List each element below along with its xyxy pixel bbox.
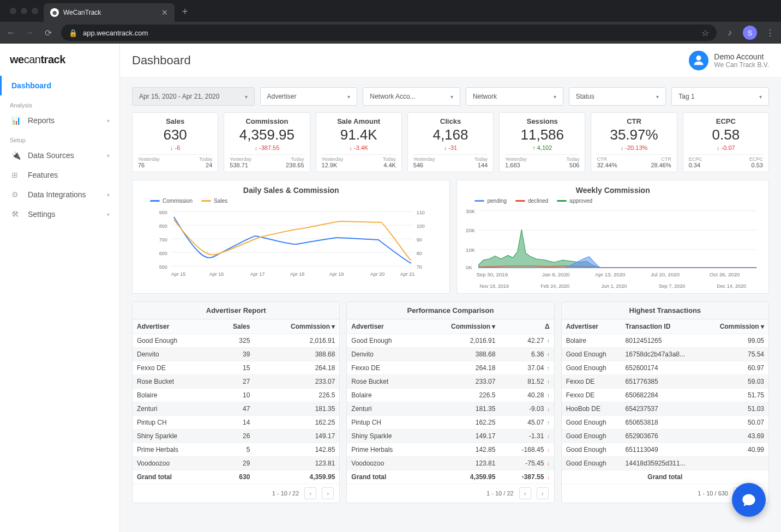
pager: 1 - 10 / 22 ‹ › xyxy=(347,484,554,503)
tab-close-icon[interactable]: ✕ xyxy=(161,8,168,17)
table-row[interactable]: Good Enough3252,016.91 xyxy=(133,334,339,348)
table-row[interactable]: Prime Herbals5142.85 xyxy=(133,443,339,457)
pager-text: 1 - 10 / 22 xyxy=(272,490,299,497)
table-row[interactable]: Fexxo DE65177638559.03 xyxy=(562,375,768,389)
sidebar-item-integrations[interactable]: ⚙ Data Integrations ▾ xyxy=(0,185,119,204)
filter-date-range[interactable]: Apr 15, 2020 - Apr 21, 2020▾ xyxy=(132,87,255,106)
chart-daily-sales-commission: Daily Sales & Commission Commission Sale… xyxy=(132,180,450,294)
kpi-delta: ↓ -6 xyxy=(138,144,212,151)
col-sales[interactable]: Sales xyxy=(213,319,254,334)
sidebar-item-data-sources[interactable]: 🔌 Data Sources ▾ xyxy=(0,146,119,165)
table-row[interactable]: Shiny Sparkle149.17-1.31 ↓ xyxy=(347,430,554,443)
svg-text:Apr 13, 2020: Apr 13, 2020 xyxy=(595,271,626,277)
filter-status[interactable]: Status▾ xyxy=(569,87,666,106)
table-row[interactable]: Zenturi181.35-9.03 ↓ xyxy=(347,402,554,416)
col-commission[interactable]: Commission ▾ xyxy=(704,319,768,334)
pager: 1 - 10 / 22 ‹ › xyxy=(133,484,339,503)
reload-icon[interactable]: ⟳ xyxy=(43,28,53,38)
caret-icon: ▾ xyxy=(656,94,659,100)
table-row[interactable]: Pintup CH14162.25 xyxy=(133,416,339,430)
gears-icon: ⚙ xyxy=(11,190,21,199)
col-commission[interactable]: Commission ▾ xyxy=(421,319,500,334)
traffic-close[interactable] xyxy=(10,8,16,14)
filter-network-account[interactable]: Network Acco...▾ xyxy=(363,87,460,106)
filter-tag1[interactable]: Tag 1▾ xyxy=(671,87,769,106)
kpi-value: 35.97% xyxy=(597,126,671,143)
chat-widget-button[interactable] xyxy=(732,483,766,517)
table-row[interactable]: Rose Bucket27233.07 xyxy=(133,375,339,389)
traffic-min[interactable] xyxy=(21,8,27,14)
kpi-card: Clicks 4,168 ↓ -31 Yesterday546 Today144 xyxy=(407,112,494,172)
browser-tab[interactable]: ⊚ WeCanTrack ✕ xyxy=(44,3,175,22)
table-row[interactable]: Bolaire10226.5 xyxy=(133,389,339,402)
bookmark-icon[interactable]: ☆ xyxy=(701,28,709,38)
new-tab-icon[interactable]: ＋ xyxy=(180,4,190,17)
account-name: Demo Account xyxy=(714,52,769,61)
chevron-down-icon: ▾ xyxy=(107,192,110,198)
kpi-delta: ↓ -387.55 xyxy=(230,144,304,151)
table-row[interactable]: Good Enough65290367643.69 xyxy=(562,430,768,443)
table-row[interactable]: Zenturi47181.35 xyxy=(133,402,339,416)
svg-text:Apr 19: Apr 19 xyxy=(329,271,344,277)
url-text: app.wecantrack.com xyxy=(83,29,148,37)
table-title: Highest Transactions xyxy=(562,302,768,319)
account-widget[interactable]: Demo Account We Can Track B.V. xyxy=(689,51,769,70)
table-row[interactable]: Good Enough65260017460.97 xyxy=(562,361,768,375)
table-row[interactable]: HooBob DE65423753751.03 xyxy=(562,402,768,416)
col-transaction-id[interactable]: Transaction ID xyxy=(621,319,705,334)
table-row[interactable]: Good Enough2,016.9142.27 ↑ xyxy=(347,334,554,348)
table-row[interactable]: Prime Herbals142.85-168.45 ↓ xyxy=(347,443,554,457)
sidebar: wecantrack Dashboard Analysis 📊 Reports … xyxy=(0,44,120,532)
table-row[interactable]: Voodoozoo123.81-75.45 ↓ xyxy=(347,457,554,470)
media-icon[interactable]: ♪ xyxy=(724,28,735,38)
table-row[interactable]: Fexxo DE264.1837.04 ↑ xyxy=(347,361,554,375)
sidebar-item-features[interactable]: ⊞ Features xyxy=(0,165,119,185)
col-advertiser[interactable]: Advertiser xyxy=(133,319,213,334)
table-row[interactable]: Bolaire801245126599.05 xyxy=(562,334,768,348)
col-advertiser[interactable]: Advertiser xyxy=(562,319,621,334)
main-content: Dashboard Demo Account We Can Track B.V.… xyxy=(120,44,781,532)
table-row[interactable]: Fexxo DE15264.18 xyxy=(133,361,339,375)
page-title: Dashboard xyxy=(132,53,191,68)
prev-page-icon[interactable]: ‹ xyxy=(304,487,316,499)
col-delta[interactable]: Δ xyxy=(500,319,554,334)
sidebar-item-label: Dashboard xyxy=(11,81,51,90)
prev-page-icon[interactable]: ‹ xyxy=(519,487,531,499)
table-row[interactable]: Good Enough65111304940.99 xyxy=(562,443,768,457)
sidebar-item-settings[interactable]: 🛠 Settings ▾ xyxy=(0,204,119,224)
sidebar-item-label: Data Sources xyxy=(28,151,74,160)
kpi-title: Sales xyxy=(138,117,212,125)
menu-icon[interactable]: ⋮ xyxy=(765,28,776,38)
table-row[interactable]: Shiny Sparkle26149.17 xyxy=(133,430,339,443)
back-icon[interactable]: ← xyxy=(5,28,16,38)
svg-text:900: 900 xyxy=(159,210,167,215)
sidebar-item-dashboard[interactable]: Dashboard xyxy=(0,76,119,95)
next-page-icon[interactable]: › xyxy=(537,487,549,499)
kpi-card: ECPC 0.58 ↓ -0.07 ECPC0.34 ECPC0.53 xyxy=(683,112,769,172)
traffic-max[interactable] xyxy=(32,8,38,14)
forward-icon[interactable]: → xyxy=(24,28,35,38)
col-commission[interactable]: Commission ▾ xyxy=(254,319,339,334)
svg-text:500: 500 xyxy=(159,264,167,270)
col-advertiser[interactable]: Advertiser xyxy=(347,319,421,334)
table-row[interactable]: Denvito39388.68 xyxy=(133,348,339,361)
table-row[interactable]: Denvito388.686.36 ↑ xyxy=(347,348,554,361)
table-row[interactable]: Voodoozoo29123.81 xyxy=(133,457,339,470)
next-page-icon[interactable]: › xyxy=(322,487,334,499)
table-row[interactable]: Good Enough14418d35925d311... xyxy=(562,457,768,470)
window-controls xyxy=(4,8,44,14)
table-row[interactable]: Fexxo DE65068228451.75 xyxy=(562,389,768,402)
kpi-value: 0.58 xyxy=(689,126,763,143)
sidebar-item-reports[interactable]: 📊 Reports ▾ xyxy=(0,111,119,130)
profile-avatar[interactable]: S xyxy=(743,26,757,40)
chevron-down-icon: ▾ xyxy=(107,153,110,159)
table-row[interactable]: Good Enough16758dc2b47a3a8...75.54 xyxy=(562,348,768,361)
filter-advertiser[interactable]: Advertiser▾ xyxy=(260,87,358,106)
table-row[interactable]: Pintup CH162.2545.07 ↑ xyxy=(347,416,554,430)
table-row[interactable]: Good Enough65065381850.07 xyxy=(562,416,768,430)
address-bar[interactable]: 🔒 app.wecantrack.com ☆ xyxy=(61,25,717,41)
kpi-value: 4,359.95 xyxy=(230,126,304,143)
table-row[interactable]: Bolaire226.540.28 ↑ xyxy=(347,389,554,402)
table-row[interactable]: Rose Bucket233.0781.52 ↑ xyxy=(347,375,554,389)
filter-network[interactable]: Network▾ xyxy=(466,87,563,106)
